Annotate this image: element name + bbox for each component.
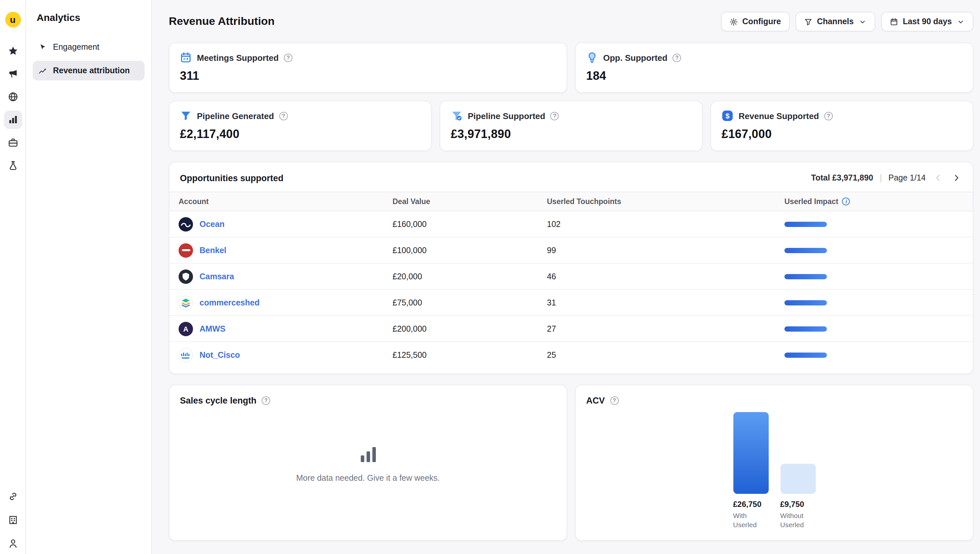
acv-category: Without Userled xyxy=(780,511,810,530)
next-page-button[interactable] xyxy=(951,172,962,184)
cursor-click-icon xyxy=(38,43,47,52)
impact-bar xyxy=(784,222,827,227)
account-link[interactable]: Ocean xyxy=(199,220,225,229)
metric-label: Opp. Supported xyxy=(603,53,667,62)
sidebar: Analytics Engagement Revenue attribution xyxy=(26,0,152,554)
metric-value: £3,971,890 xyxy=(451,127,692,141)
trend-chart-icon xyxy=(38,66,47,75)
deal-value-cell: £160,000 xyxy=(392,211,547,237)
opportunities-total: Total £3,971,890 xyxy=(811,174,873,183)
sidebar-item-revenue-attribution[interactable]: Revenue attribution xyxy=(33,61,145,80)
prev-page-button[interactable] xyxy=(932,172,944,184)
main-content: Revenue Attribution Configure Channels L… xyxy=(152,0,980,554)
impact-bar xyxy=(784,326,827,332)
help-icon[interactable] xyxy=(610,396,618,404)
acv-bar-with-userled xyxy=(733,412,768,494)
account-avatar xyxy=(178,295,193,310)
deal-value-cell: £125,500 xyxy=(392,342,547,368)
touchpoints-cell: 25 xyxy=(547,342,784,368)
dollar-icon xyxy=(722,110,733,122)
acv-card: ACV £26,750 With Userled £9,750 Without … xyxy=(575,384,974,541)
separator: | xyxy=(880,174,882,183)
acv-value: £26,750 xyxy=(733,500,768,509)
globe-icon[interactable] xyxy=(3,88,22,106)
chevron-down-icon xyxy=(956,18,965,26)
date-range-button[interactable]: Last 90 days xyxy=(881,12,974,32)
configure-button[interactable]: Configure xyxy=(720,12,789,32)
metric-label: Pipeline Supported xyxy=(468,111,545,121)
filter-icon xyxy=(804,18,812,26)
deal-value-cell: £100,000 xyxy=(392,237,547,263)
funnel-check-icon xyxy=(451,110,462,122)
account-link[interactable]: Not_Cisco xyxy=(199,350,240,360)
bar-chart-icon[interactable] xyxy=(3,111,22,129)
sidebar-title: Analytics xyxy=(33,12,145,23)
calendar-check-icon xyxy=(180,52,192,64)
acv-column-without-userled: £9,750 Without Userled xyxy=(780,412,816,530)
megaphone-icon[interactable] xyxy=(3,65,22,83)
empty-message: More data needed. Give it a few weeks. xyxy=(296,473,440,482)
table-row: Benkel £100,000 99 xyxy=(169,237,973,263)
rail-footer xyxy=(3,487,22,553)
link-icon[interactable] xyxy=(3,487,22,506)
metric-value: 311 xyxy=(180,69,556,83)
help-icon[interactable] xyxy=(284,53,292,62)
help-icon[interactable] xyxy=(551,111,559,120)
info-icon[interactable] xyxy=(842,197,850,205)
deal-value-cell: £75,000 xyxy=(392,290,547,315)
icon-rail: u xyxy=(0,0,26,554)
metric-card-revenue-supported: Revenue Supported £167,000 xyxy=(711,101,974,151)
metric-label: Revenue Supported xyxy=(739,111,819,121)
table-row: Ocean £160,000 102 xyxy=(169,211,973,237)
sidebar-item-label: Revenue attribution xyxy=(53,66,130,75)
account-link[interactable]: Benkel xyxy=(199,245,226,255)
impact-bar xyxy=(784,248,827,253)
column-header-deal-value: Deal Value xyxy=(392,192,547,211)
opportunities-table: Account Deal Value Userled Touchpoints U… xyxy=(169,192,973,368)
account-avatar xyxy=(178,217,193,231)
table-row: A AMWS £200,000 27 xyxy=(169,315,973,342)
impact-bar xyxy=(784,274,827,279)
touchpoints-cell: 46 xyxy=(547,263,784,290)
column-header-touchpoints: Userled Touchpoints xyxy=(547,192,784,211)
funnel-icon xyxy=(180,110,192,122)
help-icon[interactable] xyxy=(279,111,288,120)
impact-bar xyxy=(784,353,827,358)
touchpoints-cell: 102 xyxy=(547,211,784,237)
account-avatar xyxy=(178,243,193,257)
page-title: Revenue Attribution xyxy=(169,15,275,28)
metric-card-pipeline-generated: Pipeline Generated £2,117,400 xyxy=(169,101,432,151)
metric-value: £2,117,400 xyxy=(180,127,421,141)
star-icon[interactable] xyxy=(3,42,22,60)
acv-category: With Userled xyxy=(733,511,763,530)
acv-bar-without-userled xyxy=(780,464,816,494)
help-icon[interactable] xyxy=(672,53,681,62)
sales-cycle-card: Sales cycle length More data needed. Giv… xyxy=(169,384,567,541)
column-header-account: Account xyxy=(169,192,392,211)
metric-card-meetings-supported: Meetings Supported 311 xyxy=(169,43,567,93)
touchpoints-cell: 99 xyxy=(547,237,784,263)
acv-column-with-userled: £26,750 With Userled xyxy=(733,412,768,530)
account-link[interactable]: AMWS xyxy=(199,324,225,333)
account-link[interactable]: Camsara xyxy=(199,272,234,281)
account-link[interactable]: commerceshed xyxy=(199,298,260,307)
table-row: Camsara £20,000 46 xyxy=(169,263,973,290)
metric-value: 184 xyxy=(586,69,962,83)
rail-nav xyxy=(3,42,22,175)
app-window: u xyxy=(0,0,980,554)
channels-filter-button[interactable]: Channels xyxy=(795,12,875,32)
touchpoints-cell: 27 xyxy=(547,315,784,342)
column-header-impact: Userled Impact xyxy=(784,192,973,211)
briefcase-icon[interactable] xyxy=(3,134,22,152)
sidebar-item-engagement[interactable]: Engagement xyxy=(33,37,145,57)
acv-bar-chart: £26,750 With Userled £9,750 Without User… xyxy=(586,412,962,530)
touchpoints-cell: 31 xyxy=(547,290,784,315)
deal-value-cell: £20,000 xyxy=(392,263,547,290)
calendar-icon xyxy=(890,18,898,26)
channels-label: Channels xyxy=(817,17,854,26)
brand-logo[interactable]: u xyxy=(5,12,21,27)
building-icon[interactable] xyxy=(3,511,22,529)
help-icon[interactable] xyxy=(824,111,833,120)
flask-icon[interactable] xyxy=(3,156,22,175)
person-icon[interactable] xyxy=(3,534,22,553)
